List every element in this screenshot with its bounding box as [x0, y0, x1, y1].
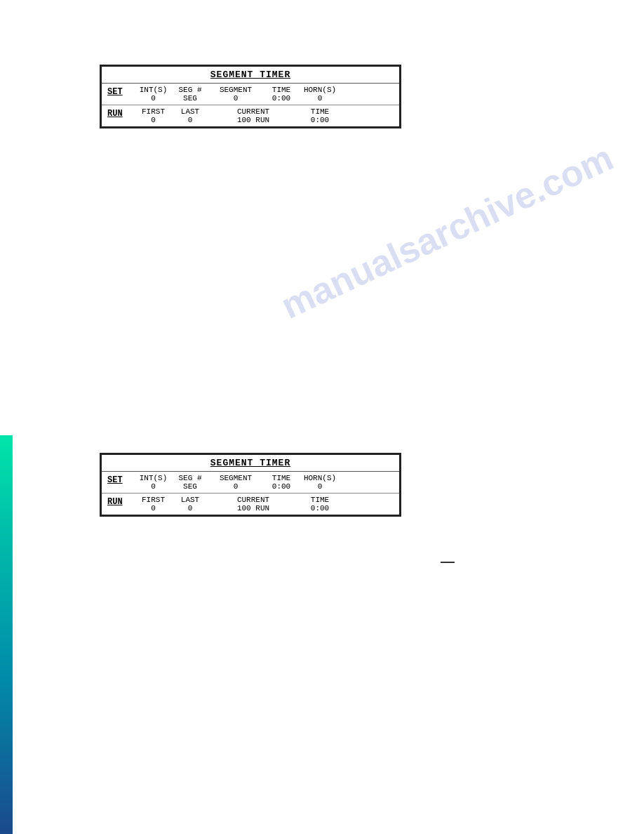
- panel2-set-horn-header: HORN(S): [299, 474, 341, 482]
- panel2-set-int-val: 0: [134, 482, 173, 491]
- panel1-set-segment-val: 0: [208, 94, 264, 102]
- panel1-set-time-header: TIME: [264, 86, 299, 94]
- panel1-title: SEGMENT TIMER: [102, 67, 399, 84]
- panel2-set-time-val: 0:00: [264, 482, 299, 491]
- sidebar-bar: [0, 435, 13, 834]
- panel1-set-row: SET INT(S) SEG # SEGMENT TIME: [102, 84, 399, 105]
- panel1-run-current-val: 100 RUN: [208, 116, 299, 124]
- page: manualsarchive.com SEGMENT TIMER SET INT…: [0, 0, 644, 834]
- panel1-run-current-header: CURRENT: [208, 107, 299, 116]
- panel2-run-current-header: CURRENT: [208, 496, 299, 504]
- panel1-run-last-header: LAST: [173, 107, 208, 116]
- panel1-run-headers: FIRST LAST CURRENT TIME: [134, 107, 394, 116]
- panel2-run-row: RUN FIRST LAST CURRENT TIME: [102, 494, 399, 515]
- panel1-set-data: INT(S) SEG # SEGMENT TIME HORN(S): [134, 86, 394, 102]
- segment-timer-panel-2: SEGMENT TIMER SET INT(S) SEG # SEGMENT T…: [100, 453, 401, 517]
- panel2-title: SEGMENT TIMER: [102, 455, 399, 472]
- panel2-set-horn-val: 0: [299, 482, 341, 491]
- panel2-set-seg-val: SEG: [173, 482, 208, 491]
- panel1-run-time-header: TIME: [299, 107, 341, 116]
- panel2-set-values: 0 SEG 0 0:00 0: [134, 482, 394, 491]
- panel1-run-first-val: 0: [134, 116, 173, 124]
- panel2-run-headers: FIRST LAST CURRENT TIME: [134, 496, 394, 504]
- panel1-set-int-val: 0: [134, 94, 173, 102]
- panel1-run-row: RUN FIRST LAST CURRENT TIME: [102, 105, 399, 126]
- panel1-run-last-val: 0: [173, 116, 208, 124]
- panel1-run-data: FIRST LAST CURRENT TIME 0: [134, 107, 394, 124]
- watermark: manualsarchive.com: [274, 136, 619, 327]
- panel1-set-horn-val: 0: [299, 94, 341, 102]
- panel2-run-current-val: 100 RUN: [208, 504, 299, 512]
- panel2-set-seg-header: SEG #: [173, 474, 208, 482]
- panel2-set-row: SET INT(S) SEG # SEGMENT TIME: [102, 472, 399, 494]
- panel1-set-label: SET: [107, 86, 130, 99]
- panel2-set-segment-val: 0: [208, 482, 264, 491]
- panel1-set-values: 0 SEG 0 0:00 0: [134, 94, 394, 102]
- panel1-set-horn-header: HORN(S): [299, 86, 341, 94]
- panel2-run-time-header: TIME: [299, 496, 341, 504]
- panel2-set-headers: INT(S) SEG # SEGMENT TIME HORN(S): [134, 474, 394, 482]
- panel1-set-int-header: INT(S): [134, 86, 173, 94]
- panel2-run-first-header: FIRST: [134, 496, 173, 504]
- panel1-run-first-header: FIRST: [134, 107, 173, 116]
- panel1-set-headers: INT(S) SEG # SEGMENT TIME HORN(S): [134, 86, 394, 94]
- panel1-run-time-val: 0:00: [299, 116, 341, 124]
- panel1-set-segment-header: SEGMENT: [208, 86, 264, 94]
- panel2-run-last-header: LAST: [173, 496, 208, 504]
- segment-timer-panel-1: SEGMENT TIMER SET INT(S) SEG # SEGMENT T…: [100, 65, 401, 128]
- panel2-run-last-val: 0: [173, 504, 208, 512]
- panel2-set-segment-header: SEGMENT: [208, 474, 264, 482]
- panel2-set-time-header: TIME: [264, 474, 299, 482]
- dash-line: [441, 562, 455, 563]
- panel2-run-first-val: 0: [134, 504, 173, 512]
- panel1-set-seg-val: SEG: [173, 94, 208, 102]
- panel2-run-time-val: 0:00: [299, 504, 341, 512]
- panel1-set-time-val: 0:00: [264, 94, 299, 102]
- panel1-set-seg-header: SEG #: [173, 86, 208, 94]
- panel2-set-int-header: INT(S): [134, 474, 173, 482]
- panel2-set-label: SET: [107, 474, 130, 487]
- panel2-run-values: 0 0 100 RUN 0:00: [134, 504, 394, 512]
- panel1-run-label: RUN: [107, 107, 130, 121]
- panel2-run-data: FIRST LAST CURRENT TIME 0: [134, 496, 394, 512]
- panel1-run-values: 0 0 100 RUN 0:00: [134, 116, 394, 124]
- panel2-set-data: INT(S) SEG # SEGMENT TIME HORN(S): [134, 474, 394, 491]
- panel2-run-label: RUN: [107, 496, 130, 509]
